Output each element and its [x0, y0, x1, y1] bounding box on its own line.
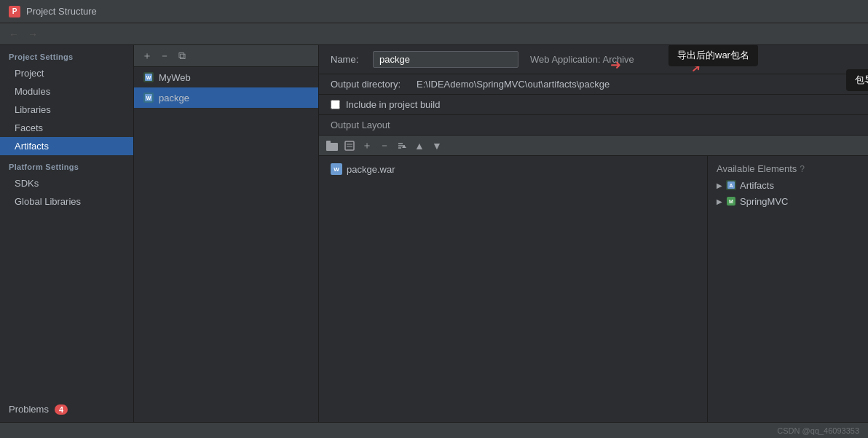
sidebar: Project Settings Project Modules Librari…	[0, 45, 134, 422]
name-row: Name: Web Application: Archive ➜ 1 导出后的w…	[319, 45, 868, 74]
annotation-bubble-2: 包导出后的存放位置	[846, 69, 868, 91]
name-label: Name:	[331, 54, 367, 65]
sidebar-item-facets[interactable]: Facets	[0, 119, 133, 137]
available-elements-label: Available Elements	[717, 163, 797, 174]
sidebar-item-artifacts[interactable]: Artifacts	[0, 137, 133, 155]
war-file-label: packge.war	[347, 164, 395, 175]
problems-badge: 4	[55, 404, 68, 415]
add-artifact-button[interactable]: ＋	[140, 49, 154, 63]
app-icon: P	[9, 6, 20, 17]
svg-rect-8	[326, 141, 331, 144]
annotation-1: ➜ 1 导出后的war包名	[668, 48, 683, 63]
move-down-button[interactable]: ▼	[430, 138, 444, 153]
sidebar-item-libraries[interactable]: Libraries	[0, 101, 133, 119]
help-icon: ?	[800, 164, 805, 174]
chevron-right-icon-2: ▶	[717, 198, 722, 206]
svg-text:A: A	[729, 183, 733, 188]
output-dir-row: Output directory: E:\IDEAdemo\SpringMVC\…	[319, 74, 868, 95]
project-settings-label: Project Settings	[0, 45, 133, 64]
web-artifact-icon: W	[143, 92, 154, 103]
list-item[interactable]: W packge	[134, 87, 318, 108]
avail-group-artifacts[interactable]: ▶ A Artifacts	[708, 177, 868, 193]
svg-text:W: W	[146, 95, 151, 101]
sidebar-item-project[interactable]: Project	[0, 64, 133, 82]
remove-artifact-button[interactable]: －	[157, 49, 172, 63]
copy-artifact-button[interactable]: ⧉	[175, 49, 189, 63]
main-panel: Name: Web Application: Archive ➜ 1 导出后的w…	[319, 45, 868, 422]
layout-tree: W packge.war	[319, 156, 708, 422]
include-build-checkbox[interactable]	[331, 100, 340, 109]
include-build-label: Include in project build	[346, 99, 440, 110]
svg-text:M: M	[729, 199, 733, 204]
artifact-toolbar: ＋ － ⧉	[134, 45, 318, 67]
sidebar-item-sdks[interactable]: SDKs	[0, 174, 133, 192]
footer-text: CSDN @qq_46093353	[777, 426, 859, 435]
list-item[interactable]: W MyWeb	[134, 67, 318, 87]
chevron-right-icon: ▶	[717, 181, 722, 189]
title-bar-text: Project Structure	[26, 6, 97, 17]
nav-bar: ← →	[0, 23, 868, 45]
output-layout-toolbar: ＋ － ▲ ▼	[319, 136, 868, 156]
sort-button[interactable]	[395, 138, 409, 153]
footer-bar: CSDN @qq_46093353	[0, 422, 868, 438]
folder-button[interactable]	[325, 138, 339, 153]
war-file-icon: W	[331, 163, 342, 175]
problems-row: Problems 4	[0, 396, 133, 422]
artifact-list-panel: ＋ － ⧉ W MyWeb W packge	[134, 45, 319, 422]
name-input[interactable]	[373, 51, 518, 68]
sidebar-item-global-libraries[interactable]: Global Libraries	[0, 192, 133, 211]
sidebar-item-modules[interactable]: Modules	[0, 82, 133, 101]
module-icon: M	[725, 195, 737, 207]
move-up-button[interactable]: ▲	[412, 138, 427, 153]
artifacts-group-icon: A	[725, 179, 737, 191]
layout-tree-item[interactable]: W packge.war	[319, 160, 707, 178]
forward-button[interactable]: →	[25, 26, 41, 42]
svg-rect-9	[345, 141, 354, 150]
annotation-2: 2 包导出后的存放位置	[846, 73, 861, 87]
problems-label: Problems	[9, 404, 49, 415]
archive-button[interactable]	[342, 138, 357, 153]
include-build-row: Include in project build	[319, 95, 868, 115]
add-button[interactable]: ＋	[360, 138, 374, 153]
output-layout-header: Output Layout	[319, 115, 868, 136]
back-button[interactable]: ←	[6, 26, 22, 42]
output-dir-value: E:\IDEAdemo\SpringMVC\out\artifacts\pack…	[417, 79, 609, 90]
output-dir-label: Output directory:	[331, 79, 411, 90]
annotation-bubble-1: 导出后的war包名	[668, 45, 758, 66]
web-artifact-icon: W	[143, 71, 154, 83]
available-elements-panel: Available Elements ? ▶ A Artifacts ▶	[708, 156, 868, 422]
platform-settings-label: Platform Settings	[0, 155, 133, 174]
title-bar: P Project Structure	[0, 0, 868, 23]
avail-group-springmvc[interactable]: ▶ M SpringMVC	[708, 193, 868, 209]
svg-text:W: W	[146, 75, 151, 80]
remove-button[interactable]: －	[377, 138, 392, 153]
